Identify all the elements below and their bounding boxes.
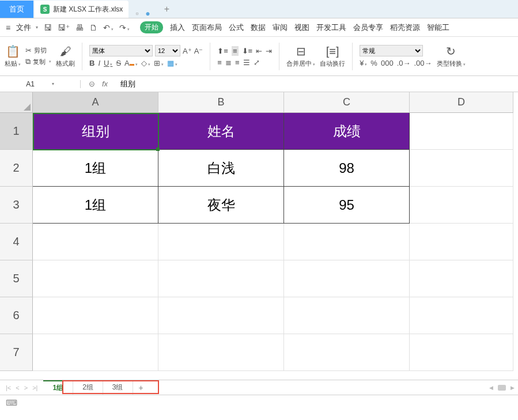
border-icon[interactable]: ⊞▾: [154, 59, 164, 67]
merge-center-group[interactable]: ⊟ 合并居中▾: [286, 44, 315, 68]
cell-c3[interactable]: 95: [284, 187, 410, 224]
record-macro-icon[interactable]: ⌨: [6, 398, 17, 407]
cell-d1[interactable]: [410, 113, 513, 150]
italic-icon[interactable]: I: [98, 59, 100, 67]
align-bottom-icon[interactable]: ⬇≡: [242, 47, 253, 55]
cut-button[interactable]: ✂剪切: [25, 46, 51, 55]
tab-page-layout[interactable]: 页面布局: [192, 22, 222, 33]
cell-c1[interactable]: 成绩: [284, 113, 410, 150]
fill-color-icon[interactable]: ◇▾: [141, 59, 150, 67]
row-header-7[interactable]: 7: [0, 334, 33, 371]
cell-d2[interactable]: [410, 150, 513, 187]
cell[interactable]: [284, 260, 410, 297]
column-header-c[interactable]: C: [284, 92, 410, 113]
tab-resources[interactable]: 稻壳资源: [390, 22, 420, 33]
new-tab-button[interactable]: +: [157, 1, 176, 18]
cell[interactable]: [410, 334, 513, 371]
column-header-b[interactable]: B: [158, 92, 284, 113]
sheet-first-icon[interactable]: |<: [6, 384, 11, 391]
print-preview-icon[interactable]: 🗋: [89, 23, 97, 32]
align-middle-icon[interactable]: ≡: [232, 46, 239, 56]
scroll-left-icon[interactable]: ◀: [489, 385, 493, 391]
increase-indent-icon[interactable]: ⇥: [266, 47, 272, 55]
tab-start[interactable]: 开始: [140, 21, 163, 33]
cell[interactable]: [410, 297, 513, 334]
row-header-5[interactable]: 5: [0, 260, 33, 297]
formula-input[interactable]: [116, 80, 518, 88]
font-color-icon[interactable]: A▾: [124, 59, 138, 67]
cell[interactable]: [284, 297, 410, 334]
document-tab[interactable]: S 新建 XLSX 工作表.xlsx: [35, 1, 128, 18]
cell[interactable]: [33, 297, 158, 334]
comma-icon[interactable]: 000: [381, 59, 394, 67]
align-right-icon[interactable]: ≡: [235, 58, 240, 67]
row-header-4[interactable]: 4: [0, 224, 33, 260]
row-header-3[interactable]: 3: [0, 187, 33, 224]
decrease-indent-icon[interactable]: ⇤: [256, 47, 262, 55]
tab-data[interactable]: 数据: [251, 22, 266, 33]
cell[interactable]: [33, 334, 158, 371]
wrap-text-group[interactable]: [≡] 自动换行: [320, 45, 345, 68]
file-menu-dropdown-icon[interactable]: ▾: [36, 25, 38, 30]
number-format-select[interactable]: 常规: [360, 45, 423, 56]
row-header-2[interactable]: 2: [0, 150, 33, 187]
column-header-d[interactable]: D: [410, 92, 513, 113]
undo-icon[interactable]: ↶▾: [103, 23, 114, 32]
cell[interactable]: [158, 260, 284, 297]
zoom-icon[interactable]: ⊝: [89, 80, 95, 88]
app-menu-icon[interactable]: ≡: [6, 23, 10, 32]
tab-developer[interactable]: 开发工具: [316, 22, 346, 33]
strikethrough-icon[interactable]: S: [116, 59, 121, 67]
tab-insert[interactable]: 插入: [170, 22, 185, 33]
tab-member[interactable]: 会员专享: [353, 22, 383, 33]
bold-icon[interactable]: B: [89, 59, 94, 67]
increase-font-icon[interactable]: A⁺: [183, 47, 192, 55]
copy-button[interactable]: ⧉复制▾: [25, 57, 51, 66]
sheet-next-icon[interactable]: >: [24, 384, 28, 391]
cell[interactable]: [158, 334, 284, 371]
column-header-a[interactable]: A: [33, 92, 158, 113]
font-size-select[interactable]: 12: [155, 45, 180, 56]
cell[interactable]: [284, 224, 410, 260]
tab-view[interactable]: 视图: [294, 22, 309, 33]
home-tab[interactable]: 首页: [0, 1, 33, 18]
sheet-tab[interactable]: 1组: [43, 380, 73, 395]
align-left-icon[interactable]: ≡: [217, 58, 222, 67]
sheet-prev-icon[interactable]: <: [16, 384, 19, 391]
tab-formula[interactable]: 公式: [229, 22, 244, 33]
fx-icon[interactable]: fx: [102, 80, 108, 88]
tab-review[interactable]: 审阅: [273, 22, 288, 33]
scroll-right-icon[interactable]: ▶: [511, 385, 515, 391]
row-header-6[interactable]: 6: [0, 297, 33, 334]
tab-smart[interactable]: 智能工: [427, 22, 449, 33]
format-painter-group[interactable]: 🖌 格式刷: [56, 45, 75, 68]
cell[interactable]: [410, 260, 513, 297]
cell-d3[interactable]: [410, 187, 513, 224]
redo-icon[interactable]: ↷▾: [119, 23, 130, 32]
distribute-icon[interactable]: ☰: [243, 58, 250, 67]
sheet-tab[interactable]: 3组: [103, 380, 133, 395]
select-all-corner[interactable]: [0, 92, 33, 113]
tab-menu-icon[interactable]: ▫: [135, 9, 138, 18]
decrease-font-icon[interactable]: A⁻: [194, 47, 203, 55]
sheet-tab[interactable]: 2组: [73, 380, 103, 395]
cell[interactable]: [410, 224, 513, 260]
decrease-decimal-icon[interactable]: .00→: [414, 59, 432, 67]
save-icon[interactable]: 🖫: [44, 23, 52, 32]
cell[interactable]: [33, 224, 158, 260]
name-box[interactable]: A1 ▾: [0, 80, 81, 88]
align-top-icon[interactable]: ⬆≡: [217, 47, 228, 55]
increase-decimal-icon[interactable]: .0→: [397, 59, 411, 67]
add-sheet-button[interactable]: +: [133, 383, 149, 392]
cell-a2[interactable]: 1组: [33, 150, 158, 187]
tab-split-icon[interactable]: ●: [145, 9, 150, 18]
file-menu[interactable]: 文件: [16, 22, 31, 33]
font-name-select[interactable]: 黑体: [89, 45, 153, 56]
print-icon[interactable]: 🖶: [75, 23, 84, 32]
scrollbar-thumb[interactable]: [498, 385, 506, 391]
cell-a3[interactable]: 1组: [33, 187, 158, 224]
save-as-icon[interactable]: 🖫⁺: [58, 23, 70, 32]
type-convert-group[interactable]: ↻ 类型转换▾: [437, 44, 466, 68]
percent-icon[interactable]: %: [370, 59, 377, 67]
underline-icon[interactable]: U▾: [104, 59, 112, 67]
